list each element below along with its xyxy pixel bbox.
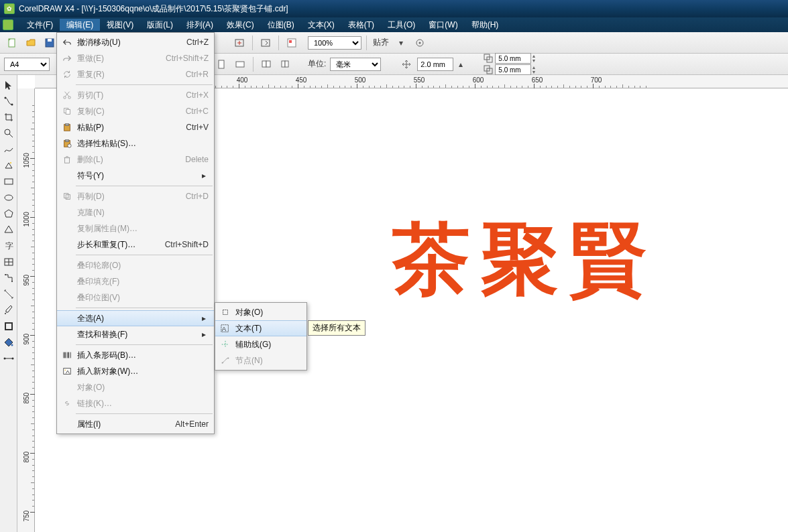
menu-separator [76,344,213,345]
menu-item-删除L: 删除(L)Delete [57,151,214,168]
menu-shortcut: Ctrl+Z [155,38,209,47]
crop-tool[interactable] [1,110,16,125]
menu-效果[interactable]: 效果(C) [220,19,261,31]
new-button[interactable] [4,35,20,51]
menu-工具[interactable]: 工具(O) [381,19,422,31]
svg-point-31 [11,344,13,346]
spinner[interactable]: ▴▾ [532,65,535,74]
svg-point-8 [419,42,421,44]
nudge-input[interactable] [417,58,453,71]
landscape-button[interactable] [232,56,248,72]
interactive-fill-tool[interactable] [1,351,16,366]
units-select[interactable]: 毫米 [330,58,381,71]
menu-item-对象O[interactable]: 对象(O) [215,304,306,320]
menu-item-label: 文本(T) [233,323,301,334]
fill-tool[interactable] [1,335,16,350]
smart-tool[interactable] [1,158,16,173]
menu-item-辅助线G[interactable]: 辅助线(G) [215,336,306,352]
page-size-select[interactable]: A4 [4,58,50,71]
svg-rect-13 [282,61,285,67]
menu-表格[interactable]: 表格(T) [341,19,381,31]
spinner[interactable]: ▴▾ [532,54,535,63]
menu-item-label: 全选(A) [74,313,199,324]
connector-tool[interactable] [1,271,16,285]
options-button[interactable] [412,35,428,51]
open-button[interactable] [23,35,39,51]
menu-位图[interactable]: 位图(B) [261,19,301,31]
menu-编辑[interactable]: 编辑(E) [60,19,100,31]
menu-item-克隆N: 克隆(N) [57,204,214,220]
menu-item-label: 删除(L) [74,154,155,165]
svg-point-21 [5,129,10,135]
tooltip: 选择所有文本 [308,320,365,336]
nudge-spinner[interactable]: ▴ [456,56,465,72]
menu-item-插入条形码B[interactable]: 插入条形码(B)… [57,347,214,363]
save-button[interactable] [42,35,58,51]
menu-item-label: 对象(O) [233,307,301,318]
text-tool[interactable]: 字 [1,239,16,253]
import-button[interactable] [231,35,247,51]
polygon-tool[interactable] [1,206,16,221]
menu-item-步长和重复T[interactable]: 步长和重复(T)…Ctrl+Shift+D [57,237,214,253]
menu-排列[interactable]: 排列(A) [180,19,220,31]
copy-icon [60,107,74,116]
menu-窗口[interactable]: 窗口(W) [422,19,464,31]
pages-button[interactable] [258,56,274,72]
svg-rect-2 [48,39,52,42]
pick-tool[interactable] [1,78,16,92]
dup-y-input[interactable] [495,64,531,75]
menu-item-插入新对象W[interactable]: 插入新对象(W)… [57,363,214,379]
svg-point-27 [5,274,6,275]
menu-item-粘贴P[interactable]: 粘贴(P)Ctrl+V [57,119,214,135]
svg-point-35 [64,96,66,99]
menu-文本[interactable]: 文本(X) [301,19,341,31]
table-tool[interactable] [1,255,16,269]
dimension-tool[interactable] [1,287,16,302]
window-title: CorelDRAW X4 - [\\Yj-150306qqne\o\成品制作\2… [19,3,288,15]
export-button[interactable] [258,35,274,51]
units-label: 单位: [308,58,326,70]
rect-tool[interactable] [1,174,16,189]
menu-item-查找和替换F[interactable]: 查找和替换(F)▸ [57,326,214,342]
page-facing-button[interactable] [277,56,293,72]
menu-item-符号Y[interactable]: 符号(Y)▸ [57,168,214,184]
svg-point-34 [11,358,13,360]
menu-shortcut: Ctrl+Shift+Z [152,54,209,63]
zoom-tool[interactable] [1,126,16,141]
menu-文件[interactable]: 文件(F) [20,19,60,31]
menu-item-重做E: 重做(E)Ctrl+Shift+Z [57,50,214,66]
basic-shapes-tool[interactable] [1,222,16,237]
canvas-artwork-text[interactable]: 茶聚賢 [392,208,658,312]
snap-dropdown[interactable]: ▾ [393,35,409,51]
freehand-tool[interactable] [1,142,16,157]
ellipse-tool[interactable] [1,190,16,205]
zoom-select[interactable]: 100% [308,36,361,50]
menu-item-选择性粘贴S[interactable]: 选择性粘贴(S)… [57,135,214,151]
menu-item-复制属性自M: 复制属性自(M)… [57,220,214,237]
menu-视图[interactable]: 视图(V) [100,19,140,31]
menu-item-节点N: 节点(N) [215,352,306,369]
outline-tool[interactable] [1,319,16,334]
doc-icon [3,19,13,30]
menu-版面[interactable]: 版面(L) [140,19,180,31]
svg-point-28 [11,281,13,282]
app-launch-button[interactable] [284,35,300,51]
menu-item-label: 重复(R) [74,69,155,80]
portrait-button[interactable] [213,56,229,72]
menu-item-全选A[interactable]: 全选(A)▸ [57,310,214,326]
menu-item-撤消移动U[interactable]: 撤消移动(U)Ctrl+Z [57,34,214,50]
svg-text:字: 字 [5,241,13,251]
svg-rect-53 [228,358,229,359]
repeat-icon [60,70,74,79]
menu-item-再制D: 再制(D)Ctrl+D [57,188,214,204]
vertical-ruler: 75080085090095010001050 [17,88,35,532]
svg-rect-10 [236,62,244,67]
menu-item-属性I[interactable]: 属性(I)Alt+Enter [57,416,214,432]
submenu-arrow-icon: ▸ [199,314,209,323]
shape-tool[interactable] [1,94,16,109]
dup-x-input[interactable] [495,53,531,64]
svg-point-29 [5,313,6,314]
menu-帮助[interactable]: 帮助(H) [465,19,506,31]
eyedropper-tool[interactable] [1,303,16,318]
menu-item-文本T[interactable]: A文本(T) [215,320,306,336]
